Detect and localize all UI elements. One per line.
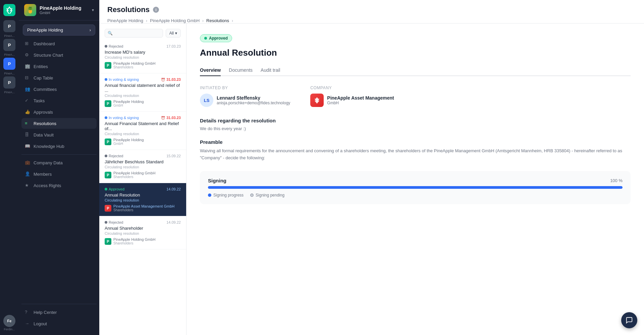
list-item[interactable]: Rejected 17.03.23 Increase MD's salary C… [99,40,186,73]
detail-panel: Approved Annual Resolution Overview Docu… [186,23,644,335]
top-button-chevron: › [90,27,91,33]
tab-documents[interactable]: Documents [229,65,253,76]
initiator-avatar: LS [200,94,213,107]
meta-company: Company PineApple Asset Management GmbH [310,86,394,107]
res-date: 31.03.23 [166,77,181,81]
res-org-name: PineApple Asset Management GmbH [113,204,174,208]
signing-title: Signing [208,178,226,183]
sidebar-header[interactable]: 🍍 PineApple Holding GmbH ▾ [19,0,99,20]
status-dot [105,188,107,190]
breadcrumb-sep-2: › [202,18,204,23]
breadcrumb: PineApple Holding › PineApple Holding Gm… [107,15,636,23]
meta-person: LS Lennard Steffensky anisja.porschke+de… [200,94,290,107]
sidebar-item-logout[interactable]: → Logout [21,318,97,329]
rail-avatar-4[interactable]: P [3,76,15,89]
res-title: Increase MD's salary [105,50,181,55]
sidebar-item-knowledge-hub[interactable]: 📖 Knowledge Hub [21,141,97,152]
sidebar-item-data-vault[interactable]: 🗄 Data Vault [21,129,97,140]
tab-overview[interactable]: Overview [200,65,221,76]
detail-title: Annual Resolution [200,48,631,58]
sidebar-item-company-data[interactable]: 💼 Company Data [21,157,97,168]
org-icon: P [105,205,111,212]
sidebar-bottom: ? Help Center → Logout [19,301,99,330]
sidebar-item-tasks[interactable]: ✓ Tasks [21,95,97,106]
sidebar-item-label: Logout [34,321,47,326]
company-icon [310,94,324,107]
sidebar-item-resolutions[interactable]: ≡ Resolutions [21,118,97,129]
search-box[interactable]: 🔍 [105,29,163,38]
star-icon: ★ [25,183,30,188]
list-item[interactable]: In voting & signing ⏰ 31.03.23 Annual fi… [99,73,186,112]
user-avatar[interactable]: Fe [3,315,15,327]
divider-2 [21,304,97,304]
main-content: Resolutions i PineApple Holding › PineAp… [99,0,644,335]
sidebar-item-committees[interactable]: 👥 Committees [21,84,97,95]
breadcrumb-item-3: Resolutions [206,18,229,23]
sidebar-item-cap-table[interactable]: ⊟ Cap Table [21,72,97,83]
tab-audit-trail[interactable]: Audit trail [261,65,280,76]
urgent-icon: ⏰ [161,78,165,81]
filter-button[interactable]: All ▾ [166,29,181,38]
sidebar-item-structure-chart[interactable]: ⚙ Structure Chart [21,50,97,60]
sidebar-item-help-center[interactable]: ? Help Center [21,307,97,318]
approved-badge: Approved [200,34,232,42]
initiator-name: Lennard Steffensky [217,95,290,101]
rail-label-2: PineA... [4,53,15,56]
legend-pending: Signing pending [250,193,284,198]
rail-label-3: PineA... [4,72,15,75]
sidebar-item-entities[interactable]: 🏢 Entities [21,61,97,72]
breadcrumb-sep-3: › [232,18,233,23]
org-icon: 🍍 [24,4,36,16]
res-title: Annual financial statement and relief of… [105,83,181,93]
list-item[interactable]: Rejected 15.09.22 Jährlicher Beschluss S… [99,150,186,183]
org-name: PineApple Holding [40,5,89,11]
resolution-list-panel: 🔍 All ▾ Rejected 17.03.23 [99,23,186,335]
list-item[interactable]: Approved 14.09.22 Annual Resolution Circ… [99,183,186,216]
rail-avatar-3[interactable]: P [3,58,15,70]
legend-dot-pending [250,193,254,197]
sidebar-item-dashboard[interactable]: ⊞ Dashboard [21,38,97,49]
status-badge: Rejected [109,220,123,224]
sidebar-item-label: Company Data [34,160,63,165]
rail-label-4: PineA... [4,91,15,94]
sidebar-item-label: Members [34,172,52,177]
info-icon[interactable]: i [153,7,159,13]
res-title: Annual Financial Statement and Relief of… [105,121,181,131]
sidebar-item-members[interactable]: 👤 Members [21,169,97,179]
org-info: PineApple Holding GmbH [40,5,89,15]
sidebar-item-label: Dashboard [34,41,55,46]
breadcrumb-item-2[interactable]: PineApple Holding GmbH [150,18,200,23]
details-text: We do this every year :) [200,126,631,131]
sidebar-item-label: Help Center [34,310,57,315]
org-icon: P [105,62,111,69]
res-sub: Circulating resolution [105,231,181,235]
urgent-icon: ⏰ [161,116,165,120]
initiator-email: anisja.porschke+demo@fides.technology [217,101,290,105]
sidebar-item-label: Access Rights [34,183,61,188]
breadcrumb-item-1[interactable]: PineApple Holding [107,18,143,23]
res-date: 17.03.23 [166,44,181,48]
res-org-name: PineApple Holding [113,138,144,142]
res-org-name: PineApple Holding GmbH [113,171,155,175]
sidebar-item-access-rights[interactable]: ★ Access Rights [21,180,97,191]
res-org-name: PineApple Holding GmbH [113,61,155,65]
legend-progress: Signing progress [208,193,244,198]
rail-avatar-2[interactable]: P [3,39,15,51]
sidebar-item-approvals[interactable]: 👍 Approvals [21,107,97,117]
chat-button[interactable] [621,312,637,328]
approved-dot [204,37,207,40]
content-area: 🔍 All ▾ Rejected 17.03.23 [99,23,644,335]
preamble-section: Preamble Waiving all formal requirements… [200,139,631,162]
list-item[interactable]: In voting & signing ⏰ 31.03.23 Annual Fi… [99,112,186,150]
sidebar-item-label: Committees [34,87,57,92]
sidebar-item-label: Knowledge Hub [34,144,64,149]
top-button[interactable]: PineApple Holding › [23,24,95,36]
grid-icon: ⊞ [25,41,30,46]
status-badge: Rejected [109,154,123,158]
sidebar-item-label: Approvals [34,110,53,115]
status-dot [105,155,107,157]
list-item[interactable]: Rejected 14.09.22 Annual Shareholder Cir… [99,216,186,249]
rail-avatar-1[interactable]: P [3,20,15,32]
app-logo[interactable] [3,4,15,16]
sidebar-item-label: Structure Chart [34,53,63,58]
